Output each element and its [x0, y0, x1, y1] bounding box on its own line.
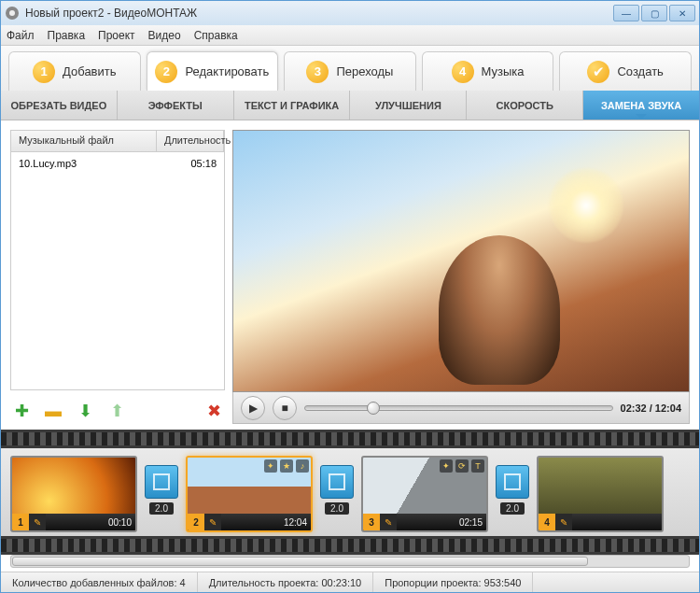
work-area: Музыкальный файл Длительность 10.Lucy.mp… [1, 120, 699, 430]
audio-toolbar: ✚ ▬ ⬇ ⬆ ✖ [10, 390, 225, 424]
clip-thumb[interactable]: ✦⟳T 3✎02:15 [361, 456, 488, 532]
menubar: Файл Правка Проект Видео Справка [1, 25, 699, 46]
tab-edit[interactable]: 2Редактировать [147, 51, 279, 91]
clip-index: 1 [12, 514, 29, 530]
col-file[interactable]: Музыкальный файл [11, 131, 157, 151]
badge-icon: ✦ [264, 459, 277, 473]
badge-icon: ♪ [296, 459, 309, 473]
transition-icon[interactable] [496, 465, 529, 499]
status-length: Длительность проекта: 00:23:10 [198, 572, 374, 592]
tab-label: Переходы [336, 64, 393, 78]
delete-button[interactable]: ✖ [203, 400, 225, 422]
edit-icon[interactable]: ✎ [29, 514, 46, 530]
file-duration: 05:18 [157, 158, 217, 169]
time-current: 02:32 [621, 402, 647, 414]
tab-create[interactable]: ✔Создать [559, 51, 692, 91]
subtab-text[interactable]: ТЕКСТ И ГРАФИКА [234, 91, 351, 120]
clip-1[interactable]: 1✎00:10 [10, 456, 137, 532]
badge-icon: ★ [280, 459, 293, 473]
subtab-effects[interactable]: ЭФФЕКТЫ [118, 91, 234, 120]
subtab-crop[interactable]: ОБРЕЗАТЬ ВИДЕО [1, 91, 118, 120]
scrollbar-thumb[interactable] [12, 557, 588, 566]
app-icon [5, 6, 20, 21]
list-item[interactable]: 10.Lucy.mp3 05:18 [11, 152, 224, 175]
clip-3[interactable]: ✦⟳T 3✎02:15 [361, 456, 488, 532]
player-controls: ▶ ■ 02:32 / 12:04 [232, 392, 690, 424]
menu-help[interactable]: Справка [194, 29, 238, 42]
audio-list[interactable]: 10.Lucy.mp3 05:18 [10, 152, 225, 390]
clip-4[interactable]: 4✎ [537, 456, 664, 532]
transition-icon[interactable] [320, 465, 354, 499]
time-total: 12:04 [655, 402, 681, 414]
file-name: 10.Lucy.mp3 [19, 158, 157, 169]
step-badge-icon: 2 [155, 61, 177, 83]
tab-music[interactable]: 4Музыка [422, 51, 554, 91]
clip-thumb[interactable]: 4✎ [537, 456, 664, 532]
transition-3[interactable]: 2.0 [496, 465, 529, 523]
audio-panel: Музыкальный файл Длительность 10.Lucy.mp… [10, 130, 225, 424]
add-audio-button[interactable]: ✚ [10, 400, 33, 422]
tab-label: Музыка [482, 64, 525, 78]
clip-duration: 02:15 [397, 517, 486, 528]
window-title: Новый проект2 - ВидеоМОНТАЖ [25, 7, 197, 20]
badge-icon: ⟳ [455, 459, 469, 473]
transition-duration: 2.0 [325, 502, 349, 515]
clip-index: 2 [188, 514, 204, 530]
seek-slider[interactable] [304, 405, 613, 411]
clip-badges: ✦★♪ [264, 459, 309, 473]
col-duration[interactable]: Длительность [157, 131, 224, 151]
timeline-scrollbar[interactable] [10, 555, 690, 568]
svg-point-1 [9, 10, 15, 16]
sub-tabs: ОБРЕЗАТЬ ВИДЕО ЭФФЕКТЫ ТЕКСТ И ГРАФИКА У… [1, 91, 699, 120]
subtab-enhance[interactable]: УЛУЧШЕНИЯ [350, 91, 467, 120]
transition-duration: 2.0 [149, 502, 174, 515]
tab-label: Создать [617, 64, 663, 78]
clip-index: 3 [363, 514, 380, 530]
tab-add[interactable]: 1Добавить [8, 51, 141, 91]
menu-edit[interactable]: Правка [48, 29, 86, 42]
subtab-audio[interactable]: ЗАМЕНА ЗВУКА [583, 91, 699, 120]
clip-index: 4 [539, 514, 555, 530]
menu-video[interactable]: Видео [148, 29, 181, 42]
transition-1[interactable]: 2.0 [145, 465, 178, 523]
clip-thumb[interactable]: 1✎00:10 [10, 456, 137, 532]
play-button[interactable]: ▶ [241, 396, 265, 420]
edit-icon[interactable]: ✎ [204, 514, 221, 530]
subtab-speed[interactable]: СКОРОСТЬ [467, 91, 583, 120]
clip-duration: 12:04 [221, 517, 311, 528]
tab-label: Редактировать [185, 64, 269, 78]
maximize-button[interactable]: ▢ [641, 5, 667, 21]
clip-thumb[interactable]: ✦★♪ 2✎12:04 [186, 456, 313, 532]
time-display: 02:32 / 12:04 [621, 402, 681, 414]
step-badge-icon: 1 [33, 61, 55, 83]
filmstrip-bottom [1, 536, 699, 555]
tab-transitions[interactable]: 3Переходы [284, 51, 416, 91]
menu-project[interactable]: Проект [98, 29, 135, 42]
status-ratio: Пропорции проекта: 953:540 [373, 572, 533, 592]
remove-audio-button[interactable]: ▬ [42, 400, 64, 422]
clip-badges: ✦⟳T [440, 459, 484, 473]
video-preview[interactable] [232, 130, 690, 392]
edit-icon[interactable]: ✎ [555, 514, 572, 530]
filmstrip-top [1, 430, 699, 448]
edit-icon[interactable]: ✎ [380, 514, 397, 530]
transition-icon[interactable] [145, 465, 178, 499]
step-badge-icon: 3 [306, 61, 329, 83]
clip-duration: 00:10 [46, 517, 135, 528]
transition-duration: 2.0 [500, 502, 525, 515]
badge-icon: T [471, 459, 484, 473]
seek-knob[interactable] [367, 402, 380, 415]
menu-file[interactable]: Файл [7, 29, 35, 42]
main-tabs: 1Добавить 2Редактировать 3Переходы 4Музы… [1, 46, 699, 91]
check-icon: ✔ [587, 61, 609, 83]
minimize-button[interactable]: — [613, 5, 639, 21]
close-button[interactable]: ✕ [669, 5, 695, 21]
clip-2[interactable]: ✦★♪ 2✎12:04 [186, 456, 313, 532]
transition-2[interactable]: 2.0 [320, 465, 354, 523]
stop-button[interactable]: ■ [273, 396, 297, 420]
status-files: Количество добавленных файлов: 4 [1, 572, 198, 592]
badge-icon: ✦ [440, 459, 453, 473]
move-down-button[interactable]: ⬇ [74, 400, 96, 422]
move-up-button[interactable]: ⬆ [105, 400, 128, 422]
timeline[interactable]: 1✎00:10 2.0 ✦★♪ 2✎12:04 2.0 ✦⟳T 3✎02:15 … [1, 448, 699, 536]
